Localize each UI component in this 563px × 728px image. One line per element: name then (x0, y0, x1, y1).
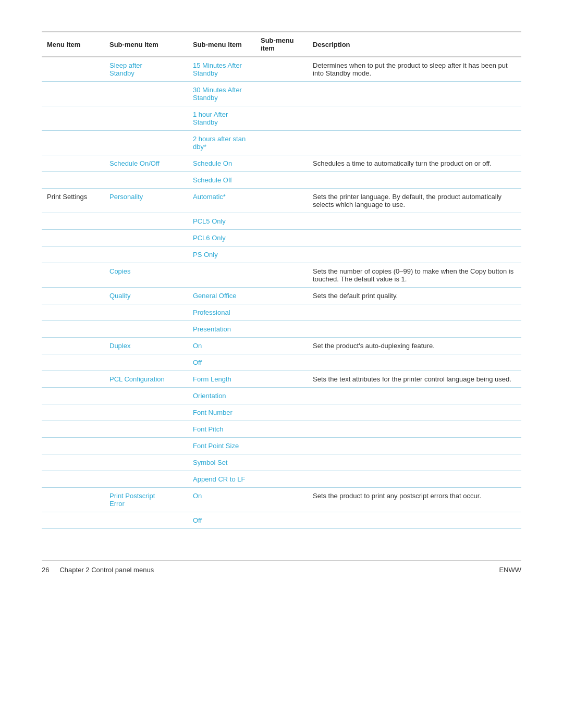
table-cell: Print Settings (42, 189, 104, 213)
table-cell (42, 321, 104, 338)
table-cell (104, 471, 188, 488)
table-cell: Schedule On (188, 155, 255, 172)
table-row: PCL6 Only (42, 230, 521, 246)
table-cell (308, 213, 521, 230)
table-cell (308, 131, 521, 155)
table-cell (104, 172, 188, 189)
table-row: Sleep afterStandby15 Minutes AfterStandb… (42, 57, 521, 82)
table-cell (255, 354, 308, 371)
footer-left: 26 Chapter 2 Control panel menus (42, 566, 154, 574)
table-cell (255, 263, 308, 288)
table-row: Print PostscriptErrorOnSets the product … (42, 488, 521, 512)
table-cell: Print PostscriptError (104, 488, 188, 512)
table-cell (104, 454, 188, 471)
table-row: Schedule Off (42, 172, 521, 189)
chapter-title: Chapter 2 Control panel menus (59, 566, 154, 574)
table-cell (308, 106, 521, 131)
table-cell: Form Length (188, 371, 255, 388)
table-cell: Set the product's auto-duplexing feature… (308, 338, 521, 354)
main-table: Menu item Sub-menu item Sub-menu item Su… (42, 31, 521, 529)
table-cell (104, 230, 188, 246)
table-cell (104, 388, 188, 404)
table-cell (42, 438, 104, 454)
table-cell (42, 172, 104, 189)
table-cell (255, 454, 308, 471)
table-cell (104, 106, 188, 131)
table-cell (255, 304, 308, 321)
table-cell: Duplex (104, 338, 188, 354)
table-cell: PCL Configuration (104, 371, 188, 388)
table-cell (308, 471, 521, 488)
page-number: 26 (42, 566, 49, 574)
table-cell (42, 57, 104, 82)
table-row: 30 Minutes AfterStandby (42, 82, 521, 106)
table-cell (255, 172, 308, 189)
table-cell (42, 338, 104, 354)
table-cell (255, 230, 308, 246)
table-cell: Font Number (188, 404, 255, 421)
table-cell: On (188, 338, 255, 354)
table-cell: 2 hours after standby* (188, 131, 255, 155)
table-header-row: Menu item Sub-menu item Sub-menu item Su… (42, 32, 521, 57)
table-cell: Copies (104, 263, 188, 288)
table-cell (308, 454, 521, 471)
table-cell (42, 82, 104, 106)
table-row: Orientation (42, 388, 521, 404)
table-cell: Off (188, 354, 255, 371)
header-menu-item: Menu item (42, 32, 104, 57)
table-row: PCL ConfigurationForm LengthSets the tex… (42, 371, 521, 388)
page-footer: 26 Chapter 2 Control panel menus ENWW (42, 560, 521, 574)
table-row: CopiesSets the number of copies (0–99) t… (42, 263, 521, 288)
table-cell: 30 Minutes AfterStandby (188, 82, 255, 106)
table-cell: On (188, 488, 255, 512)
table-cell (308, 404, 521, 421)
table-row: Append CR to LF (42, 471, 521, 488)
table-cell (42, 288, 104, 304)
table-row: Off (42, 354, 521, 371)
table-cell (255, 371, 308, 388)
table-cell: PCL5 Only (188, 213, 255, 230)
table-cell: PCL6 Only (188, 230, 255, 246)
table-row: Print SettingsPersonalityAutomatic*Sets … (42, 189, 521, 213)
table-cell (104, 246, 188, 263)
table-cell: Sets the printer language. By default, t… (308, 189, 521, 213)
table-cell (104, 213, 188, 230)
table-cell (255, 246, 308, 263)
table-cell (255, 82, 308, 106)
table-cell: 15 Minutes AfterStandby (188, 57, 255, 82)
table-cell (42, 230, 104, 246)
table-cell (42, 263, 104, 288)
header-description: Description (308, 32, 521, 57)
table-cell (255, 512, 308, 529)
table-cell: Sets the default print quality. (308, 288, 521, 304)
table-cell (255, 471, 308, 488)
table-cell (104, 131, 188, 155)
table-cell: Orientation (188, 388, 255, 404)
table-cell (104, 321, 188, 338)
table-cell (42, 471, 104, 488)
table-cell (308, 230, 521, 246)
table-row: 2 hours after standby* (42, 131, 521, 155)
table-cell (255, 189, 308, 213)
table-cell (255, 388, 308, 404)
table-cell: Determines when to put the product to sl… (308, 57, 521, 82)
table-cell (42, 155, 104, 172)
table-cell: Professional (188, 304, 255, 321)
table-cell: Schedule On/Off (104, 155, 188, 172)
table-row: Font Pitch (42, 421, 521, 438)
table-cell (308, 512, 521, 529)
table-cell (42, 304, 104, 321)
table-cell (42, 213, 104, 230)
table-row: Off (42, 512, 521, 529)
table-cell: Sets the text attributes for the printer… (308, 371, 521, 388)
header-sub3: Sub-menu item (255, 32, 308, 57)
table-row: Professional (42, 304, 521, 321)
table-cell (42, 512, 104, 529)
table-cell (42, 354, 104, 371)
table-row: DuplexOnSet the product's auto-duplexing… (42, 338, 521, 354)
table-cell (255, 404, 308, 421)
table-cell (42, 106, 104, 131)
table-cell (42, 131, 104, 155)
table-row: Schedule On/OffSchedule OnSchedules a ti… (42, 155, 521, 172)
table-cell (255, 57, 308, 82)
